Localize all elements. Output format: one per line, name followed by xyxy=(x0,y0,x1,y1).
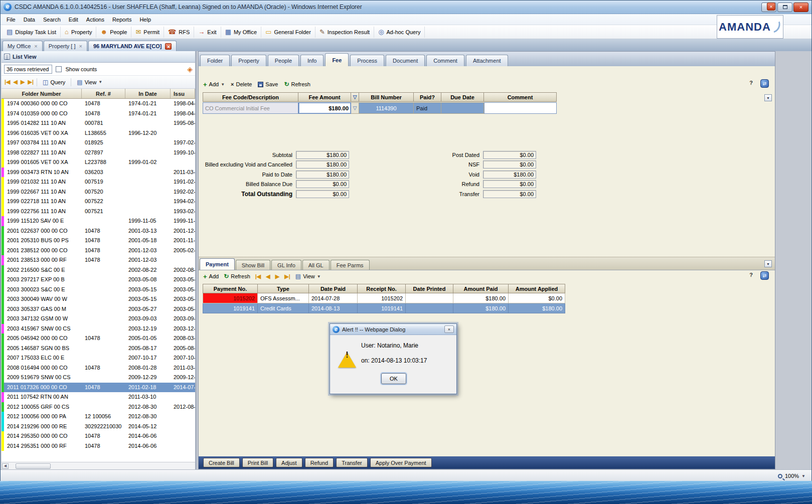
detail-tab[interactable]: Info xyxy=(300,55,323,66)
payment-sub-tab[interactable]: Payment xyxy=(200,258,235,270)
list-item[interactable]: 1999 115120 SAV 00 E 1999-11-05 1999-11- xyxy=(2,216,195,226)
list-item[interactable]: 1999 022718 111 10 AN 007522 1994-02- xyxy=(2,197,195,207)
list-item[interactable]: 2005 146587 SGN 00 BS 2005-08-17 2005-08… xyxy=(2,344,195,354)
column-header-folder-number[interactable]: Folder Number xyxy=(2,89,82,98)
detail-tab[interactable]: Comment xyxy=(426,55,464,66)
fee-code-input[interactable]: CO Commercial Initial Fee xyxy=(203,102,298,114)
list-item[interactable]: 2002 216500 S&C 00 E 2002-08-22 2002-08- xyxy=(2,265,195,275)
menu-item[interactable]: Actions xyxy=(82,16,108,24)
list-item[interactable]: 2003 305337 GAS 00 M 2003-05-27 2003-05- xyxy=(2,304,195,314)
list-item[interactable]: 2003 415967 SNW 00 CS 2003-12-19 2003-12… xyxy=(2,324,195,334)
next-record-icon[interactable] xyxy=(275,273,279,280)
subtab-overflow-icon[interactable] xyxy=(764,260,772,267)
help-button[interactable]: ? xyxy=(749,80,753,86)
list-item[interactable]: 1997 003784 111 10 AN 018925 1997-02- xyxy=(2,138,195,148)
fee-action-button[interactable]: Apply Over Payment xyxy=(370,458,432,467)
payment-sub-tab[interactable]: GL Info xyxy=(271,260,301,270)
workspace-tab[interactable]: 96 MARYLAND AVE E[CO] xyxy=(88,41,177,51)
list-item[interactable]: 2011 017326 000 00 CO 10478 2011-02-18 2… xyxy=(2,383,195,393)
toolbar-button[interactable]: ◎ Ad-hoc Query xyxy=(374,27,425,38)
list-item[interactable]: 2001 022637 000 00 CO 10478 2001-03-13 2… xyxy=(2,226,195,236)
menu-item[interactable]: Edit xyxy=(65,16,82,24)
payment-sub-tab[interactable]: Fee Parms xyxy=(331,260,370,270)
column-header-fee-code[interactable]: Fee Code/Description xyxy=(203,92,298,102)
column-header-amount-applied[interactable]: Amount Applied xyxy=(509,284,565,293)
toolbar-button[interactable]: ▭ General Folder xyxy=(261,27,315,38)
column-header-payment-no[interactable]: Payment No. xyxy=(203,284,258,293)
view-button[interactable]: View xyxy=(295,273,321,280)
toolbar-button[interactable]: ⌂ Property xyxy=(61,27,96,38)
column-header-date-paid[interactable]: Date Paid xyxy=(309,284,358,293)
column-header-receipt-no[interactable]: Receipt No. xyxy=(358,284,406,293)
refresh-fee-button[interactable]: Refresh xyxy=(284,81,310,88)
dialog-close-icon[interactable] xyxy=(444,325,454,333)
list-item[interactable]: 2011 107542 RTN 00 AN 2011-03-10 xyxy=(2,392,195,402)
fee-comment-input[interactable] xyxy=(484,102,557,114)
list-item[interactable]: 2009 519679 SNW 00 CS 2009-12-29 2009-12… xyxy=(2,373,195,383)
column-header-date-printed[interactable]: Date Printed xyxy=(406,284,453,293)
toolbar-button[interactable]: ☎ RFS xyxy=(164,27,194,38)
fee-action-button[interactable]: Refund xyxy=(305,458,334,467)
list-item[interactable]: 1999 003473 RTN 10 AN 036203 2011-03- xyxy=(2,167,195,178)
fee-action-button[interactable]: Adjust xyxy=(276,458,302,467)
menu-item[interactable]: Help xyxy=(135,16,155,24)
navigate-diamond-icon[interactable] xyxy=(187,65,193,73)
list-item[interactable]: 2003 347132 GSM 00 W 2003-09-03 2003-09- xyxy=(2,314,195,324)
workspace-tab[interactable]: Property [ ] xyxy=(44,41,87,51)
chevron-down-icon[interactable] xyxy=(317,274,321,279)
chevron-down-icon[interactable] xyxy=(98,80,102,84)
column-header-issue[interactable]: Issu xyxy=(171,89,195,98)
maximize-button[interactable] xyxy=(777,3,792,12)
list-item[interactable]: 2001 238512 000 00 CO 10478 2001-12-03 2… xyxy=(2,246,195,256)
workspace-tab[interactable]: My Office xyxy=(3,41,43,51)
column-header-type[interactable]: Type xyxy=(258,284,309,293)
refresh-payment-button[interactable]: Refresh xyxy=(224,273,250,280)
list-item[interactable]: 2014 219296 000 00 RE 302922210030 2014-… xyxy=(2,422,195,432)
toolbar-button[interactable]: ▤ Display Task List xyxy=(3,27,61,38)
fee-action-button[interactable]: Print Bill xyxy=(242,458,273,467)
list-item[interactable]: 2003 300023 S&C 00 E 2003-05-15 2003-05- xyxy=(2,285,195,295)
popout-globe-icon[interactable] xyxy=(760,79,769,88)
detail-tab[interactable]: Property xyxy=(231,55,266,66)
detail-tab[interactable]: Process xyxy=(350,55,384,66)
previous-page-icon[interactable] xyxy=(14,79,18,85)
scrollbar-thumb[interactable] xyxy=(16,463,51,469)
payment-row[interactable]: 1015202 OFS Assessm... 2014-07-28 101520… xyxy=(203,293,775,303)
previous-record-icon[interactable] xyxy=(266,273,270,280)
close-tab-icon[interactable] xyxy=(165,43,172,50)
menu-item[interactable]: File xyxy=(3,16,20,24)
list-item[interactable]: 2014 295351 000 00 RF 10478 2014-06-06 xyxy=(2,441,195,451)
list-item[interactable]: 2008 016494 000 00 CO 10478 2008-01-28 2… xyxy=(2,363,195,373)
fee-amount-input[interactable]: $180.00 xyxy=(298,102,351,114)
add-fee-button[interactable]: Add xyxy=(203,81,225,88)
list-item[interactable]: 1999 001605 VET 00 XA L223788 1999-01-02 xyxy=(2,157,195,167)
ok-button[interactable]: OK xyxy=(381,373,406,384)
list-item[interactable]: 2003 300049 WAV 00 W 2003-05-15 2003-05- xyxy=(2,294,195,304)
close-tab-icon[interactable] xyxy=(79,44,82,49)
toolbar-button[interactable]: ✎ Inspection Result xyxy=(315,27,374,38)
save-fee-button[interactable]: Save xyxy=(258,81,278,87)
menu-item[interactable]: Reports xyxy=(108,16,136,24)
detail-tab[interactable]: Folder xyxy=(200,55,230,66)
detail-tab[interactable]: People xyxy=(268,55,299,66)
column-header-ref[interactable]: Ref. # xyxy=(82,89,125,98)
last-page-icon[interactable] xyxy=(28,79,34,85)
list-item[interactable]: 2001 205310 BUS 00 PS 10478 2001-05-18 2… xyxy=(2,236,195,246)
list-item[interactable]: 1974 010359 000 00 CO 10478 1974-01-21 1… xyxy=(2,109,195,119)
menu-item[interactable]: Search xyxy=(39,16,65,24)
list-item[interactable]: 1999 022667 111 10 AN 007520 1992-02- xyxy=(2,187,195,197)
list-item[interactable]: 1995 014282 111 10 AN 000781 1995-08- xyxy=(2,118,195,128)
payment-sub-tab[interactable]: Show Bill xyxy=(236,260,270,270)
scroll-left-icon[interactable]: ◀ xyxy=(2,463,9,469)
column-header-fee-amount[interactable]: Fee Amount xyxy=(298,92,351,102)
popout-globe-icon[interactable] xyxy=(760,271,769,280)
payment-sub-tab[interactable]: All GL xyxy=(302,260,330,270)
toolbar-button[interactable]: ▦ My Office xyxy=(221,27,262,38)
zoom-dropdown-icon[interactable] xyxy=(801,474,805,478)
list-item[interactable]: 2003 297217 EXP 00 B 2003-05-08 2003-05- xyxy=(2,275,195,285)
filter-funnel-icon[interactable] xyxy=(351,92,359,102)
column-header-comment[interactable]: Comment xyxy=(484,92,557,102)
column-header-due-date[interactable]: Due Date xyxy=(441,92,484,102)
next-page-icon[interactable] xyxy=(21,79,25,85)
close-tab-icon[interactable] xyxy=(34,44,37,49)
